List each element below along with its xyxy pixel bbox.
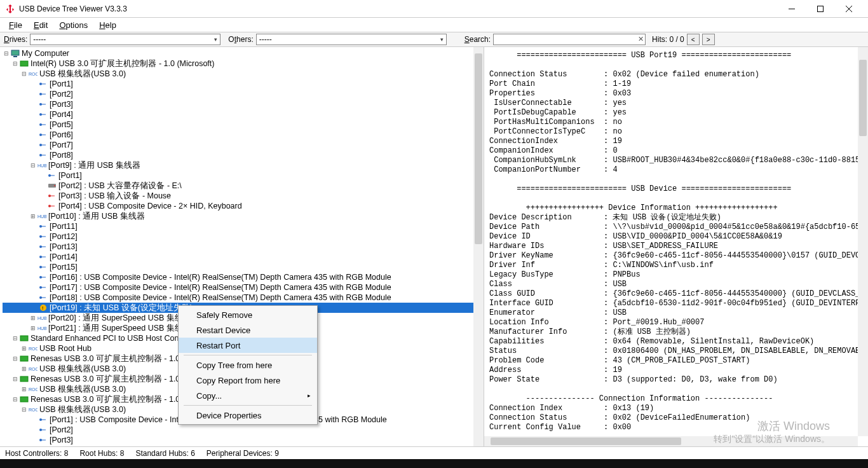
search-input[interactable]: ✕ bbox=[493, 34, 646, 45]
tree-port-camera[interactable]: [Port17] : USB Composite Device - Intel(… bbox=[3, 282, 484, 292]
svg-rect-36 bbox=[20, 376, 28, 382]
ctx-copy-tree[interactable]: Copy Tree from here bbox=[179, 357, 317, 373]
drives-combo[interactable]: ----- bbox=[30, 34, 220, 45]
tree-root-hub[interactable]: ⊟ROOTUSB 根集线器(USB 3.0) bbox=[3, 69, 484, 79]
svg-rect-3 bbox=[20, 61, 28, 66]
app-icon bbox=[5, 4, 15, 14]
ctx-separator bbox=[184, 405, 312, 406]
tree-port-camera[interactable]: [Port16] : USB Composite Device - Intel(… bbox=[3, 272, 484, 282]
tree-port[interactable]: [Port1] bbox=[3, 170, 484, 181]
ctx-separator bbox=[184, 355, 312, 355]
tree-port[interactable]: [Port1] bbox=[3, 79, 484, 89]
tree-port[interactable]: [Port3] bbox=[3, 435, 484, 445]
toolbar: Drives: ----- Others: ----- Search: ✕ Hi… bbox=[0, 32, 868, 47]
tree-port[interactable]: [Port2] bbox=[3, 425, 484, 435]
chevron-right-icon: ▸ bbox=[308, 392, 311, 399]
svg-rect-0 bbox=[817, 6, 823, 11]
svg-text:HUB: HUB bbox=[37, 326, 46, 331]
ctx-restart-device[interactable]: Restart Device bbox=[179, 322, 317, 338]
status-standard-hubs: Standard Hubs: 6 bbox=[135, 449, 194, 458]
window-title: USB Device Tree Viewer V3.3.3 bbox=[19, 4, 777, 13]
status-peripheral-devices: Peripheral Devices: 9 bbox=[207, 449, 279, 458]
tree-port-storage[interactable]: [Port2] : USB 大容量存储设备 - E:\ bbox=[3, 181, 484, 191]
menubar: File Edit Options Help bbox=[0, 18, 868, 32]
close-button[interactable] bbox=[834, 0, 863, 18]
details-scrollbar-v[interactable] bbox=[858, 47, 868, 436]
others-combo[interactable]: ----- bbox=[256, 34, 447, 45]
tree-controller-intel[interactable]: ⊟Intel(R) USB 3.0 可扩展主机控制器 - 1.0 (Micros… bbox=[3, 59, 484, 69]
tree-port[interactable]: [Port4] bbox=[3, 109, 484, 120]
tree-port[interactable]: [Port7] bbox=[3, 140, 484, 150]
tree-port[interactable]: [Port2] bbox=[3, 89, 484, 99]
svg-text:ROOT: ROOT bbox=[29, 387, 37, 392]
menu-options[interactable]: Options bbox=[54, 19, 93, 31]
tree-root[interactable]: ⊟My Computer bbox=[3, 48, 484, 59]
ctx-restart-port[interactable]: Restart Port bbox=[179, 338, 317, 353]
taskbar bbox=[0, 459, 868, 468]
svg-text:HUB: HUB bbox=[37, 163, 46, 168]
status-host-controllers: Host Controllers: 8 bbox=[5, 449, 68, 458]
tree-port[interactable]: [Port6] bbox=[3, 130, 484, 140]
next-hit-button[interactable]: > bbox=[702, 34, 715, 45]
svg-rect-38 bbox=[20, 397, 28, 402]
svg-point-16 bbox=[54, 185, 55, 186]
hits-label: Hits: 0 / 0 bbox=[652, 35, 684, 44]
menu-help[interactable]: Help bbox=[94, 19, 121, 31]
ctx-copy-report[interactable]: Copy Report from here bbox=[179, 373, 317, 388]
tree-port[interactable]: [Port14] bbox=[3, 252, 484, 262]
svg-text:ROOT: ROOT bbox=[29, 367, 37, 371]
menu-file[interactable]: File bbox=[4, 19, 27, 31]
tree-port[interactable]: [Port12] bbox=[3, 231, 484, 242]
tree-port-mouse[interactable]: [Port3] : USB 输入设备 - Mouse bbox=[3, 191, 484, 201]
menu-edit[interactable]: Edit bbox=[29, 19, 53, 31]
details-text[interactable]: ======================== USB Port19 ====… bbox=[484, 47, 868, 436]
drives-label: Drives: bbox=[4, 35, 27, 44]
maximize-button[interactable] bbox=[806, 0, 834, 18]
details-pane: ======================== USB Port19 ====… bbox=[484, 47, 868, 446]
tree-port[interactable]: [Port5] bbox=[3, 120, 484, 130]
svg-rect-2 bbox=[13, 56, 17, 57]
svg-text:HUB: HUB bbox=[37, 214, 46, 219]
tree-port[interactable]: [Port11] bbox=[3, 221, 484, 231]
search-label: Search: bbox=[465, 35, 491, 44]
tree-port-keyboard[interactable]: [Port4] : USB Composite Device - 2× HID,… bbox=[3, 201, 484, 211]
tree-port-hub[interactable]: ⊞HUB[Port10] : 通用 USB 集线器 bbox=[3, 211, 484, 221]
statusbar: Host Controllers: 8 Root Hubs: 8 Standar… bbox=[0, 446, 868, 459]
svg-text:!: ! bbox=[42, 305, 43, 311]
minimize-button[interactable] bbox=[777, 0, 806, 18]
svg-rect-32 bbox=[20, 336, 28, 341]
svg-text:HUB: HUB bbox=[37, 316, 46, 320]
ctx-safely-remove[interactable]: Safely Remove bbox=[179, 307, 317, 322]
ctx-device-properties[interactable]: Device Properties bbox=[179, 408, 317, 423]
details-scrollbar-h[interactable] bbox=[484, 436, 858, 446]
titlebar: USB Device Tree Viewer V3.3.3 bbox=[0, 0, 868, 18]
tree-port[interactable]: [Port3] bbox=[3, 99, 484, 109]
svg-text:ROOT: ROOT bbox=[29, 347, 37, 351]
tree-scrollbar[interactable] bbox=[473, 47, 484, 446]
tree-port[interactable]: [Port13] bbox=[3, 242, 484, 252]
ctx-copy-submenu[interactable]: Copy...▸ bbox=[179, 388, 317, 403]
tree-port[interactable]: [Port15] bbox=[3, 262, 484, 272]
tree-port-camera[interactable]: [Port18] : USB Composite Device - Intel(… bbox=[3, 292, 484, 303]
tree-port[interactable]: [Port8] bbox=[3, 150, 484, 160]
status-root-hubs: Root Hubs: 8 bbox=[79, 449, 124, 458]
svg-text:ROOT: ROOT bbox=[29, 72, 37, 76]
svg-rect-1 bbox=[11, 50, 19, 55]
context-menu: Safely Remove Restart Device Restart Por… bbox=[178, 305, 318, 425]
others-label: Others: bbox=[228, 35, 253, 44]
clear-search-icon[interactable]: ✕ bbox=[638, 35, 644, 43]
prev-hit-button[interactable]: < bbox=[687, 34, 700, 45]
svg-text:ROOT: ROOT bbox=[29, 408, 37, 412]
tree-port-hub[interactable]: ⊟HUB[Port9] : 通用 USB 集线器 bbox=[3, 160, 484, 170]
svg-rect-34 bbox=[20, 356, 28, 361]
